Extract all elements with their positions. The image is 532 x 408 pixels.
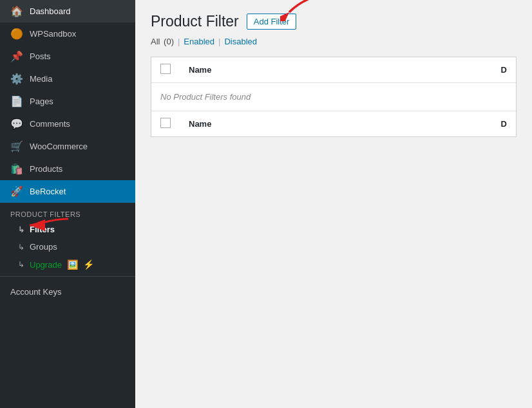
sidebar-item-dashboard[interactable]: 🏠 Dashboard xyxy=(0,0,135,23)
submenu-item-groups[interactable]: ↳ Groups xyxy=(0,238,135,255)
main-content: Product Filter Add Filter All (0) | Enab… xyxy=(135,0,532,408)
sidebar-item-label: Media xyxy=(30,74,52,84)
submenu-item-filters[interactable]: ↳ Filters xyxy=(0,221,135,238)
sidebar: 🏠 Dashboard 🟠 WPSandbox 📌 Posts ⚙️ Media… xyxy=(0,0,135,408)
page-title: Product Filter xyxy=(151,13,239,30)
col-checkbox xyxy=(151,57,180,83)
table-footer-row: Name D xyxy=(151,111,516,137)
no-results-message: No Product Filters found xyxy=(151,83,516,111)
submenu-item-label: Upgrade xyxy=(30,260,62,270)
sidebar-item-label: WPSandbox xyxy=(30,29,76,39)
sidebar-item-wpsandbox[interactable]: 🟠 WPSandbox xyxy=(0,23,135,45)
footer-select-all-checkbox[interactable] xyxy=(160,118,171,128)
col-name-header: Name xyxy=(180,57,492,83)
filter-tabs: All (0) | Enabled | Disabled xyxy=(151,37,517,46)
sidebar-item-comments[interactable]: 💬 Comments xyxy=(0,113,135,135)
data-table-wrapper: Name D No Product Filters found Name D xyxy=(151,57,517,137)
all-label: All xyxy=(151,37,160,46)
sidebar-divider xyxy=(0,276,135,277)
sidebar-item-berocket[interactable]: 🚀 BeRocket xyxy=(0,180,135,203)
submenu-item-label: Filters xyxy=(30,225,55,234)
upgrade-image-icon: 🖼️ xyxy=(67,259,78,270)
sidebar-item-label: Comments xyxy=(30,119,70,129)
sidebar-item-woocommerce[interactable]: 🛒 WooCommerce xyxy=(0,135,135,158)
filter-tab-all[interactable]: All (0) xyxy=(151,37,174,46)
table-header-row: Name D xyxy=(151,57,516,83)
filter-tab-enabled[interactable]: Enabled xyxy=(184,37,214,46)
sidebar-item-posts[interactable]: 📌 Posts xyxy=(0,45,135,68)
sidebar-item-label: Products xyxy=(30,164,62,174)
sidebar-item-label: Dashboard xyxy=(30,6,71,16)
sidebar-item-products[interactable]: 🛍️ Products xyxy=(0,158,135,180)
add-filter-button[interactable]: Add Filter xyxy=(247,14,297,30)
submenu-header: Product Filters xyxy=(0,205,135,221)
tab-separator: | xyxy=(178,37,180,46)
upgrade-lightning-icon: ⚡ xyxy=(83,259,94,270)
sidebar-item-account-keys[interactable]: Account Keys xyxy=(0,282,135,302)
berocket-icon: 🚀 xyxy=(10,185,23,198)
col-date-header: D xyxy=(492,57,516,83)
submenu-arrow-icon: ↳ xyxy=(18,243,24,252)
wpsandbox-icon: 🟠 xyxy=(10,28,23,40)
submenu-arrow-icon: ↳ xyxy=(18,260,24,269)
products-icon: 🛍️ xyxy=(10,163,23,175)
woocommerce-icon: 🛒 xyxy=(10,140,23,153)
submenu-item-upgrade[interactable]: ↳ Upgrade 🖼️ ⚡ xyxy=(0,255,135,274)
sidebar-item-label: BeRocket xyxy=(30,187,66,196)
sidebar-item-label: Pages xyxy=(30,97,53,106)
sidebar-item-pages[interactable]: 📄 Pages xyxy=(0,90,135,113)
tab-separator: | xyxy=(218,37,220,46)
foot-col-name: Name xyxy=(180,111,492,137)
media-icon: ⚙️ xyxy=(10,73,23,85)
product-filter-table: Name D No Product Filters found Name D xyxy=(151,57,516,136)
page-header: Product Filter Add Filter xyxy=(151,13,517,30)
select-all-checkbox[interactable] xyxy=(160,64,171,74)
pages-icon: 📄 xyxy=(10,95,23,107)
comments-icon: 💬 xyxy=(10,118,23,130)
foot-col-date: D xyxy=(492,111,516,137)
all-count: (0) xyxy=(164,37,174,46)
sidebar-item-label: WooCommerce xyxy=(30,142,88,151)
posts-icon: 📌 xyxy=(10,50,23,62)
account-keys-label: Account Keys xyxy=(10,287,62,297)
sidebar-item-media[interactable]: ⚙️ Media xyxy=(0,68,135,90)
add-filter-wrapper: Add Filter xyxy=(247,14,297,30)
submenu-item-label: Groups xyxy=(30,242,57,252)
filter-tab-disabled[interactable]: Disabled xyxy=(224,37,257,46)
submenu-arrow-icon: ↳ xyxy=(18,225,24,234)
submenu-filters-wrapper: ↳ Filters xyxy=(0,221,135,238)
foot-col-checkbox xyxy=(151,111,180,137)
no-results-row: No Product Filters found xyxy=(151,83,516,111)
dashboard-icon: 🏠 xyxy=(10,5,23,17)
sidebar-item-label: Posts xyxy=(30,51,51,61)
